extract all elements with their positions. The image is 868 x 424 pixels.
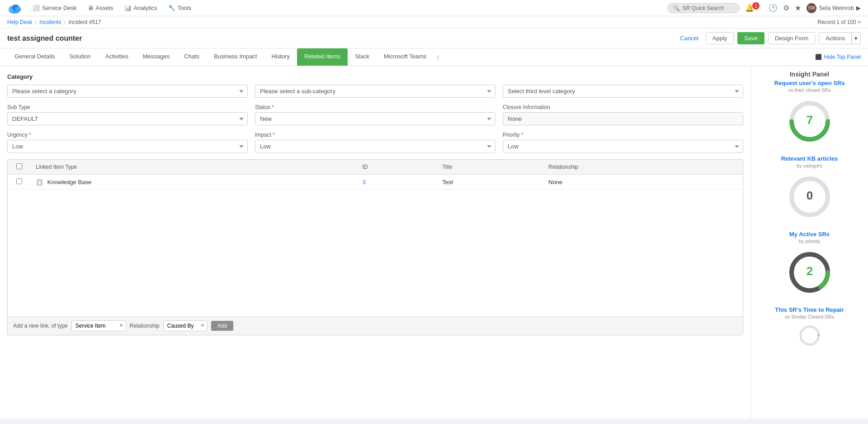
tab-solution[interactable]: Solution (62, 48, 98, 66)
hide-panel-icon: ⬛ (815, 54, 822, 60)
tabs-bar: General Details Solution Activities Mess… (0, 48, 868, 66)
empty-cell (8, 190, 743, 316)
closure-input[interactable] (503, 112, 743, 125)
svg-text:2: 2 (806, 264, 812, 278)
analytics-icon: 📊 (124, 5, 132, 11)
svg-text:0: 0 (806, 189, 812, 202)
tab-activities[interactable]: Activities (98, 48, 136, 66)
tab-messages[interactable]: Messages (136, 48, 177, 66)
relationship-select[interactable]: Caused By Related To Resolved By (163, 320, 208, 331)
actions-arrow-button[interactable]: ▾ (851, 32, 861, 44)
row-title-cell: Test (437, 175, 543, 190)
breadcrumb-current: Incident #517 (68, 19, 101, 25)
breadcrumb-incidents[interactable]: Incidents (39, 19, 61, 25)
third-level-select[interactable]: Select third level category (503, 85, 743, 98)
widget-time-to-repair-sub: vs Similar Closed SRs (758, 314, 861, 319)
urgency-select[interactable]: Low (7, 140, 248, 153)
widget-time-to-repair-chart (758, 323, 861, 348)
add-link-prefix: Add a new link, of type (13, 323, 68, 329)
insight-panel-title: Insight Panel (758, 71, 861, 78)
col-id-header: ID (357, 160, 437, 175)
nav-assets[interactable]: 🖥 Assets (88, 5, 113, 11)
add-link-row: Add a new link, of type Service Item Kno… (8, 316, 743, 335)
design-form-button[interactable]: Design Form (768, 32, 815, 44)
clock-icon[interactable]: 🕐 (769, 4, 778, 12)
tabs-more[interactable]: | (434, 49, 442, 65)
linked-table-container: Linked Item Type ID Title Relationship (7, 159, 743, 335)
star-icon[interactable]: ★ (795, 4, 801, 12)
nav-items: ⬜ Service Desk 🖥 Assets 📊 Analytics 🔧 To… (33, 5, 191, 11)
col-title-header: Title (437, 160, 543, 175)
row-id-cell: 3 (357, 175, 437, 190)
actions-button[interactable]: Actions (819, 32, 851, 44)
link-type-select[interactable]: Service Item Knowledge Base Incident Pro… (71, 320, 126, 331)
urgency-group: Urgency * Low (7, 132, 248, 153)
save-button[interactable]: Save (737, 32, 764, 44)
chevron-right-icon: ▶ (856, 5, 861, 11)
tab-general-details[interactable]: General Details (7, 48, 62, 66)
record-info: Record 1 of 100 > (817, 19, 861, 25)
table-row: 📋 Knowledge Base 3 Test None (8, 175, 743, 190)
tab-chats[interactable]: Chats (177, 48, 207, 66)
subtype-group: Sub Type DEFAULT (7, 104, 248, 125)
cancel-button[interactable]: Cancel (676, 33, 702, 44)
widget-open-srs-sub: vs their closed SRs (758, 87, 861, 93)
monitor-icon: ⬜ (33, 5, 40, 11)
apply-button[interactable]: Apply (706, 32, 734, 44)
priority-label: Priority * (503, 132, 743, 138)
status-label: Status * (255, 104, 495, 110)
widget-kb-articles-sub: by category (758, 163, 861, 168)
breadcrumb-bar: Help Desk › Incidents › Incident #517 Re… (0, 16, 868, 29)
tab-business-impact[interactable]: Business Impact (207, 48, 264, 66)
row-type-cell: 📋 Knowledge Base (30, 175, 357, 190)
status-select[interactable]: New (255, 112, 495, 125)
nav-right: 🔍 SR Quick Search 🔔 1 🕐 ⚙ ★ SW Sela Wein… (667, 3, 861, 13)
tab-history[interactable]: History (264, 48, 297, 66)
closure-label: Closure Information (503, 104, 743, 110)
closure-group: Closure Information (503, 104, 743, 125)
assets-icon: 🖥 (88, 5, 94, 11)
select-all-checkbox[interactable] (16, 163, 22, 169)
impact-group: Impact * Low (255, 132, 495, 153)
nav-tools[interactable]: 🔧 Tools (168, 5, 191, 11)
row-checkbox[interactable] (16, 178, 22, 184)
priority-select[interactable]: Low (503, 140, 743, 153)
tab-related-items[interactable]: Related Items (297, 48, 348, 66)
main-layout: Category Please select a category Please… (0, 66, 868, 419)
impact-select[interactable]: Low (255, 140, 495, 153)
widget-open-srs: Request user's open SRs vs their closed … (758, 80, 861, 146)
third-level-category-group: Select third level category (503, 85, 743, 98)
category-select[interactable]: Please select a category (7, 85, 248, 98)
quick-search[interactable]: 🔍 SR Quick Search (667, 3, 740, 13)
tab-slack[interactable]: Slack (348, 48, 377, 66)
widget-kb-articles: Relevant KB articles by category 0 (758, 155, 861, 222)
table-header-row: Linked Item Type ID Title Relationship (8, 160, 743, 175)
category-group: Please select a category (7, 85, 248, 98)
hide-top-panel-button[interactable]: ⬛ Hide Top Panel (815, 50, 861, 64)
breadcrumb: Help Desk › Incidents › Incident #517 (7, 19, 101, 25)
widget-time-to-repair: This SR's Time to Repair vs Similar Clos… (758, 306, 861, 348)
widget-time-to-repair-title: This SR's Time to Repair (758, 306, 861, 313)
page-title-bar: test assigned counter Cancel Apply Save … (0, 29, 868, 48)
user-menu[interactable]: SW Sela Weinrob ▶ (807, 3, 861, 13)
subcategory-select[interactable]: Please select a sub-category (255, 85, 495, 98)
add-link-button[interactable]: Add (211, 321, 233, 331)
widget-kb-articles-title: Relevant KB articles (758, 155, 861, 162)
notification-icon[interactable]: 🔔 1 (745, 4, 763, 13)
nav-analytics[interactable]: 📊 Analytics (124, 5, 157, 11)
breadcrumb-help-desk[interactable]: Help Desk (7, 19, 32, 25)
avatar: SW (807, 3, 816, 13)
subtype-select[interactable]: DEFAULT (7, 112, 248, 125)
app-logo[interactable] (7, 1, 22, 15)
svg-text:7: 7 (806, 113, 812, 127)
tab-microsoft-teams[interactable]: Microsoft Teams (377, 48, 434, 66)
row-checkbox-cell (8, 175, 30, 190)
svg-point-3 (15, 6, 21, 11)
subcategory-group: Please select a sub-category (255, 85, 495, 98)
widget-open-srs-chart: 7 (758, 96, 861, 146)
search-icon: 🔍 (673, 5, 680, 11)
settings-icon[interactable]: ⚙ (783, 4, 789, 12)
widget-active-srs-sub: by priority (758, 238, 861, 244)
content-area: Category Please select a category Please… (0, 66, 750, 419)
nav-service-desk[interactable]: ⬜ Service Desk (33, 5, 77, 11)
